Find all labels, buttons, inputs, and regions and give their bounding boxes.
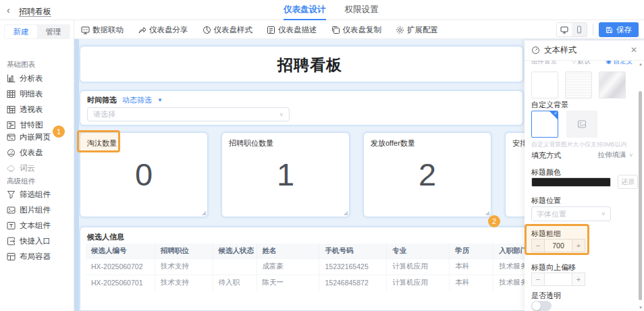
col-header[interactable]: 姓名	[257, 244, 319, 258]
cell: 陈天一	[257, 275, 319, 291]
cell: 计算机应用	[387, 275, 450, 291]
toolbar-dashboard-style[interactable]: 仪表盘样式	[203, 25, 253, 35]
bg-size-hint: 自定义背景图片大小仅支持3MB以内	[531, 141, 626, 149]
title-offset-value[interactable]	[545, 273, 572, 286]
col-header[interactable]: 专业	[387, 244, 450, 258]
stat-value: 0	[80, 156, 207, 193]
sidebar-item-filter-component[interactable]: 筛选组件	[7, 190, 51, 200]
col-header[interactable]: 学历	[450, 244, 493, 258]
stat-label: 淘汰数量	[87, 138, 117, 148]
transparent-toggle[interactable]	[531, 301, 552, 311]
sidebar-item-pivot-table[interactable]: 透视表	[7, 105, 43, 115]
dashboard-title-widget[interactable]: 招聘看板	[80, 46, 523, 82]
webpage-icon	[7, 133, 16, 142]
sidebar-item-layout-container[interactable]: 布局容器	[7, 252, 51, 262]
bg-swatch-texture[interactable]	[565, 72, 592, 98]
plus-button[interactable]: +	[572, 239, 585, 252]
col-header[interactable]: 手机号码	[319, 244, 387, 258]
bg-swatch-plain[interactable]	[531, 72, 558, 98]
title-weight-label: 标题粗细	[531, 229, 561, 239]
toolbar-dashboard-copy[interactable]: 仪表盘复制	[331, 25, 382, 35]
time-filter-widget[interactable]: 时间筛选 动态筛选 ▼ 请选择 ∨	[80, 90, 523, 125]
toolbar-data-link[interactable]: 数据联动	[81, 25, 124, 35]
annotation-badge-2: 2	[488, 215, 500, 227]
chevron-down-icon: ∨	[279, 112, 284, 117]
title-weight-value[interactable]: 700	[545, 239, 572, 252]
col-header[interactable]: 候选人编号	[86, 244, 155, 258]
sidebar-item-embedded-web[interactable]: 内嵌网页	[7, 132, 51, 142]
title-position-label: 标题位置	[531, 196, 561, 206]
sidebar-item-quick-entry[interactable]: 快捷入口	[7, 236, 51, 246]
back-chevron-icon[interactable]: ‹	[7, 5, 10, 16]
save-button[interactable]: 保存	[599, 22, 639, 37]
candidate-table-title: 候选人信息	[87, 232, 124, 242]
text-style-panel: 文本样式 ✕ 组件背景 ○ 默认 ◉ 自定义 自定义背景 ✓ 自定义背景图片大小…	[525, 40, 644, 311]
toolbar-item-label: 仪表盘复制	[343, 25, 382, 35]
close-icon[interactable]: ✕	[630, 45, 637, 55]
radio-default[interactable]: ○ 默认	[572, 61, 591, 66]
fill-mode-value: 拉伸填满	[597, 150, 626, 160]
toolbar: 数据联动 仪表盘分享 仪表盘样式 仪表盘描述 仪表盘复制 扩展配置	[74, 20, 644, 39]
title-position-select[interactable]: 字体位置 ∨	[531, 206, 611, 221]
minus-button[interactable]: −	[531, 239, 545, 252]
minus-button[interactable]: −	[531, 273, 545, 286]
resize-handle-icon[interactable]: ◢	[485, 210, 489, 216]
gantt-icon	[7, 121, 16, 130]
desktop-preview-button[interactable]	[557, 23, 572, 36]
toolbar-dashboard-share[interactable]: 仪表盘分享	[138, 25, 188, 35]
sidebar-item-label: 分析表	[20, 74, 43, 84]
title-color-swatch[interactable]	[531, 177, 611, 187]
panel-header: 文本样式	[525, 40, 644, 61]
stat-value: 1	[222, 156, 349, 193]
toolbar-extended-config[interactable]: 扩展配置	[396, 25, 438, 35]
col-header[interactable]: 招聘职位	[155, 244, 213, 258]
sidebar-item-gantt[interactable]: 甘特图	[7, 120, 43, 130]
header-tabs: 仪表盘设计 权限设置	[284, 0, 379, 20]
tab-new[interactable]: 新建	[5, 25, 37, 38]
mobile-preview-button[interactable]	[572, 23, 587, 36]
stat-label: 发放offer数量	[371, 138, 415, 148]
sidebar-item-dashboard[interactable]: 仪表盘	[7, 148, 43, 158]
radio-custom[interactable]: ◉ 自定义	[606, 61, 633, 66]
resize-handle-icon[interactable]: ◢	[202, 210, 206, 216]
plus-button[interactable]: +	[572, 273, 585, 286]
stat-card-positions[interactable]: 招聘职位数量 1 ◢	[221, 132, 350, 217]
sidebar-item-label: 筛选组件	[20, 190, 51, 200]
custom-bg-upload-option[interactable]	[566, 111, 597, 138]
panel-scrollbar[interactable]: ▲ ▼	[639, 61, 643, 311]
sidebar-item-analysis-table[interactable]: 分析表	[7, 74, 43, 84]
stat-card-eliminated[interactable]: 淘汰数量 0 ◢	[80, 132, 208, 217]
dynamic-filter-link[interactable]: 动态筛选	[122, 95, 152, 105]
copy-icon	[331, 26, 340, 34]
sidebar-mode-switch: 新建 管理	[4, 24, 70, 39]
sidebar-item-text-component[interactable]: 文本组件	[7, 221, 51, 231]
scroll-up-icon[interactable]: ▲	[639, 62, 643, 66]
scrollbar-thumb[interactable]	[639, 91, 642, 300]
sidebar-item-image-component[interactable]: 图片组件	[7, 205, 51, 215]
reset-button[interactable]: 还原	[618, 175, 638, 189]
col-header[interactable]: 候选人状态	[213, 244, 257, 258]
fill-mode-select[interactable]: 拉伸填满 ∨	[597, 150, 633, 160]
cell: 计算机应用	[387, 258, 450, 275]
toolbar-dashboard-desc[interactable]: 仪表盘描述	[267, 25, 317, 35]
resize-handle-icon[interactable]: ◢	[344, 210, 348, 216]
caret-down-icon[interactable]: ▼	[157, 97, 163, 103]
title-color-label: 标题颜色	[531, 167, 561, 177]
time-filter-select[interactable]: 请选择 ∨	[87, 107, 290, 121]
image-icon	[7, 206, 16, 215]
stat-card-offers[interactable]: 发放offer数量 2 ◢	[363, 132, 491, 217]
component-bg-row-clipped: 组件背景 ○ 默认 ◉ 自定义	[525, 61, 638, 69]
toolbar-item-label: 仪表盘样式	[214, 25, 253, 35]
cell: 15232165425	[319, 258, 387, 275]
tab-dashboard-design[interactable]: 仪表盘设计	[284, 0, 326, 20]
stat-label: 招聘职位数量	[229, 138, 273, 148]
tab-manage[interactable]: 管理	[37, 25, 70, 38]
sidebar-item-detail-table[interactable]: 明细表	[7, 89, 43, 99]
sidebar-item-wordcloud[interactable]: 词云	[7, 163, 35, 173]
custom-bg-selected-option[interactable]: ✓	[531, 111, 558, 138]
tab-permission-settings[interactable]: 权限设置	[345, 0, 379, 20]
bar-chart-icon	[7, 74, 16, 83]
time-filter-label: 时间筛选	[87, 95, 117, 105]
scroll-down-icon[interactable]: ▼	[639, 306, 643, 310]
bg-swatch-marble[interactable]	[599, 72, 626, 98]
